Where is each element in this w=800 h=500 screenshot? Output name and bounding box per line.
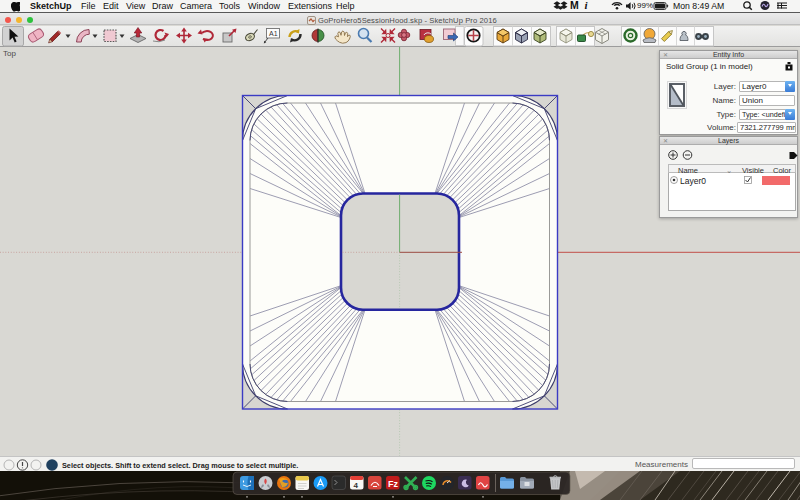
svg-text:A1: A1: [269, 30, 278, 37]
svg-text:4: 4: [354, 481, 359, 490]
svg-text:Fz: Fz: [388, 479, 398, 489]
svg-text:i: i: [585, 0, 589, 11]
svg-text:M: M: [570, 0, 579, 11]
